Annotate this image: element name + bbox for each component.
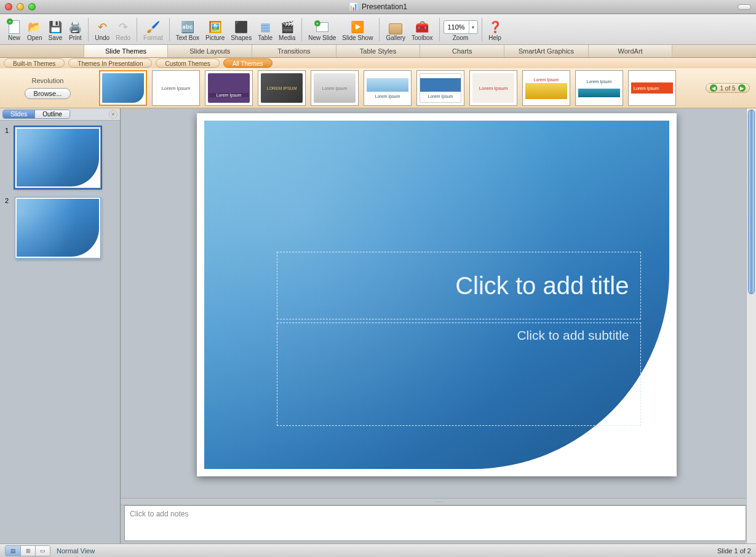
view-mode-label: Normal View — [57, 547, 95, 555]
table-button[interactable]: ▦Table — [255, 20, 275, 43]
redo-button[interactable]: ↷Redo — [113, 20, 133, 43]
theme-gallery: Revolution Browse... Lorem Ipsum Lorem I… — [0, 68, 756, 108]
theme-thumb-revolution[interactable] — [99, 70, 147, 106]
status-bar: ▤ ⊞ ▭ Normal View Slide 1 of 2 — [0, 543, 756, 557]
print-button[interactable]: 🖨️Print — [66, 20, 84, 43]
slideshow-view-button[interactable]: ▭ — [35, 546, 50, 556]
vertical-scrollbar[interactable] — [746, 108, 756, 543]
current-theme-name: Revolution — [32, 77, 64, 84]
shapes-button[interactable]: ⬛Shapes — [228, 20, 254, 43]
slide-number: 1 — [5, 127, 11, 134]
chip-themes-in-presentation[interactable]: Themes In Presentation — [68, 58, 152, 68]
toolbox-button[interactable]: 🧰Toolbox — [409, 20, 435, 43]
slide-thumbnail-1[interactable]: 1 — [5, 127, 115, 188]
editor-area: Click to add title Click to add subtitle… — [121, 108, 756, 543]
splitter-handle[interactable]: ⋯⋯ — [121, 498, 756, 505]
title-placeholder[interactable]: Click to add title — [277, 252, 641, 319]
zoom-label: Zoom — [453, 34, 469, 41]
theme-group-tabs: Built-in Themes Themes In Presentation C… — [0, 58, 756, 68]
theme-thumbnails: Lorem Ipsum Lorem Ipsum LOREM IPSUM Lore… — [95, 70, 702, 106]
slide-thumbnail-2[interactable]: 2 — [5, 197, 115, 258]
browse-themes-button[interactable]: Browse... — [25, 88, 71, 99]
slideshow-button[interactable]: ▶️Slide Show — [340, 20, 375, 43]
save-button[interactable]: 💾Save — [46, 20, 65, 43]
gallery-next-button[interactable]: ▶ — [738, 84, 746, 92]
theme-thumb[interactable]: Lorem Ipsum — [628, 70, 676, 106]
toolbar-toggle-button[interactable] — [738, 4, 751, 10]
gallery-pager: ◀ 1 of 5 ▶ — [702, 83, 754, 93]
theme-thumb[interactable]: Lorem Ipsum — [311, 70, 359, 106]
left-panel: Slides Outline ✕ 1 2 — [0, 108, 121, 543]
close-window-button[interactable] — [5, 3, 12, 10]
zoom-dropdown[interactable]: ▾ — [469, 21, 477, 33]
ribbon-tab-table-styles[interactable]: Table Styles — [336, 45, 421, 57]
theme-thumb[interactable]: LOREM IPSUM — [258, 70, 306, 106]
ribbon-tab-charts[interactable]: Charts — [420, 45, 504, 57]
ribbon-tab-wordart[interactable]: WordArt — [589, 45, 673, 57]
theme-thumb[interactable]: Lorem Ipsum — [469, 70, 517, 106]
new-button[interactable]: +New — [5, 20, 23, 43]
textbox-button[interactable]: 🔤Text Box — [173, 20, 202, 43]
new-slide-button[interactable]: +New Slide — [306, 20, 338, 43]
window-titlebar: 📊 Presentation1 — [0, 0, 756, 14]
subtitle-placeholder[interactable]: Click to add subtitle — [277, 323, 641, 426]
sorter-view-button[interactable]: ⊞ — [20, 546, 35, 556]
slide-canvas-viewport[interactable]: Click to add title Click to add subtitle — [121, 108, 756, 498]
slide-preview[interactable] — [15, 127, 101, 188]
panel-view-tabs: Slides Outline ✕ — [0, 108, 120, 121]
undo-button[interactable]: ↶Undo — [92, 20, 112, 43]
zoom-window-button[interactable] — [28, 3, 36, 10]
zoom-input[interactable] — [444, 23, 469, 31]
slide-number: 2 — [5, 197, 11, 204]
ribbon-tabs: Slide Themes Slide Layouts Transitions T… — [0, 45, 756, 58]
gallery-page-text: 1 of 5 — [720, 85, 735, 92]
main-area: Slides Outline ✕ 1 2 Click to add title … — [0, 108, 756, 543]
theme-thumb[interactable]: Lorem Ipsum — [152, 70, 200, 106]
window-controls — [5, 3, 36, 10]
gallery-side-panel: Revolution Browse... — [0, 68, 95, 108]
gallery-button[interactable]: Gallery — [383, 23, 408, 43]
zoom-control[interactable]: ▾ Zoom — [444, 20, 478, 43]
ribbon-tab-transitions[interactable]: Transitions — [252, 45, 336, 57]
main-toolbar: +New 📂Open 💾Save 🖨️Print ↶Undo ↷Redo 🖌️F… — [0, 14, 756, 45]
theme-thumb[interactable]: Lorem Ipsum — [575, 70, 623, 106]
help-button[interactable]: ❓Help — [486, 20, 504, 43]
notes-pane[interactable]: Click to add notes — [124, 505, 746, 541]
view-mode-buttons: ▤ ⊞ ▭ — [5, 545, 50, 556]
ribbon-tab-slide-layouts[interactable]: Slide Layouts — [168, 45, 252, 57]
chip-custom-themes[interactable]: Custom Themes — [156, 58, 219, 68]
theme-thumb[interactable]: Lorem Ipsum — [205, 70, 253, 106]
picture-button[interactable]: 🖼️Picture — [203, 20, 227, 43]
theme-thumb[interactable]: Lorem Ipsum — [416, 70, 464, 106]
normal-view-button[interactable]: ▤ — [6, 546, 20, 556]
slide-counter: Slide 1 of 2 — [717, 547, 751, 555]
slide-preview[interactable] — [15, 197, 101, 258]
open-button[interactable]: 📂Open — [25, 20, 44, 43]
slide-thumbnail-list: 1 2 — [0, 121, 120, 543]
ribbon-tab-slide-themes[interactable]: Slide Themes — [84, 45, 169, 57]
media-button[interactable]: 🎬Media — [276, 20, 298, 43]
chip-all-themes[interactable]: All Themes — [223, 58, 273, 68]
chip-builtin-themes[interactable]: Built-in Themes — [4, 58, 65, 68]
window-title-text: Presentation1 — [362, 2, 407, 11]
presentation-icon: 📊 — [349, 2, 358, 11]
ribbon-tab-smartart[interactable]: SmartArt Graphics — [504, 45, 589, 57]
theme-thumb[interactable]: Lorem Ipsum — [522, 70, 570, 106]
slide-canvas[interactable]: Click to add title Click to add subtitle — [197, 113, 677, 476]
window-title: 📊 Presentation1 — [349, 2, 407, 11]
close-panel-button[interactable]: ✕ — [109, 110, 117, 119]
scrollbar-thumb[interactable] — [748, 110, 755, 294]
format-button[interactable]: 🖌️Format — [141, 20, 165, 43]
outline-tab[interactable]: Outline — [34, 110, 70, 118]
theme-thumb[interactable]: Lorem Ipsum — [364, 70, 412, 106]
gallery-prev-button[interactable]: ◀ — [710, 84, 717, 92]
minimize-window-button[interactable] — [17, 3, 24, 10]
slides-tab[interactable]: Slides — [3, 110, 34, 118]
